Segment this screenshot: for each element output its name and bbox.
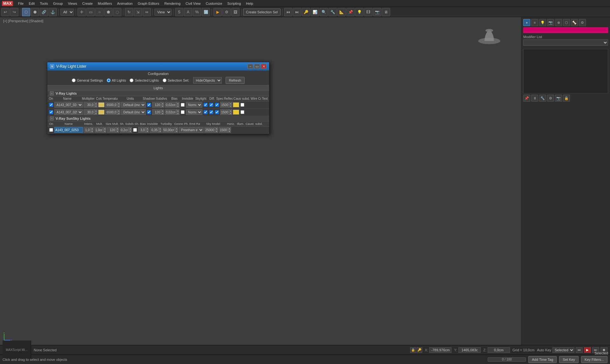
rp-color-button[interactable] xyxy=(523,27,608,33)
menu-item-civil-view[interactable]: Civil View xyxy=(183,1,203,6)
status-icon-lock[interactable]: 🔒 xyxy=(410,347,416,353)
light-0-spec[interactable] xyxy=(209,103,213,107)
ss-0-size-up[interactable]: ▲ xyxy=(116,127,119,130)
ss-0-intens[interactable] xyxy=(84,127,91,133)
view-dropdown[interactable]: View xyxy=(154,9,172,16)
light-0-bias-down[interactable]: ▼ xyxy=(176,105,180,108)
light-1-color[interactable] xyxy=(98,110,105,115)
tb-extra-4[interactable]: 📊 xyxy=(311,8,319,16)
light-1-multiplier-cell[interactable]: ▲ ▼ xyxy=(84,109,98,115)
light-0-reflect-cell[interactable] xyxy=(214,102,220,107)
ss-0-ozone[interactable] xyxy=(150,127,159,133)
light-0-reflect[interactable] xyxy=(215,103,219,107)
hide-objects-dropdown[interactable]: HideObjects xyxy=(193,77,222,84)
ss-0-ph-spinners[interactable]: ▲ ▼ xyxy=(175,127,178,133)
rp-icon-light[interactable]: 💡 xyxy=(539,19,546,26)
light-1-on-cell[interactable] xyxy=(49,110,54,115)
status-icon-key[interactable]: 🔑 xyxy=(417,347,422,353)
light-0-spec-cell[interactable] xyxy=(209,102,214,107)
light-0-color[interactable] xyxy=(98,102,105,107)
radio-label-general[interactable]: General Settings xyxy=(77,78,103,82)
add-time-tag-button[interactable]: Add Time Tag xyxy=(528,356,557,363)
dialog-titlebar[interactable]: V V-Ray Light Lister − ▭ ✕ xyxy=(47,62,269,71)
light-1-spec-cell[interactable] xyxy=(209,110,214,115)
menu-item-rendering[interactable]: Rendering xyxy=(162,1,183,6)
fence-select-button[interactable]: ⬟ xyxy=(104,8,112,16)
ss-0-ph-down[interactable]: ▼ xyxy=(175,130,178,133)
radio-label-set[interactable]: Selection Set: xyxy=(168,78,189,82)
ss-0-invisible[interactable] xyxy=(133,128,137,132)
light-0-temp[interactable] xyxy=(105,102,117,108)
light-0-name-cell[interactable]: A143_007_0249 xyxy=(54,102,83,108)
menu-item-graph-editors[interactable]: Graph Editors xyxy=(135,1,162,6)
light-0-diff[interactable] xyxy=(204,103,207,107)
light-1-temp[interactable] xyxy=(105,109,117,115)
light-1-diff[interactable] xyxy=(204,110,207,114)
ss-0-on[interactable] xyxy=(49,128,53,132)
light-1-bias-up[interactable]: ▲ xyxy=(176,109,180,112)
ss-0-name[interactable] xyxy=(54,127,83,133)
anim-play[interactable]: ▶ xyxy=(584,347,591,353)
mirror-button[interactable]: ⇔ xyxy=(143,8,151,16)
rp-pin-icon[interactable]: 📌 xyxy=(523,95,530,102)
ss-0-ph-emit[interactable] xyxy=(162,127,175,133)
render-frame-button[interactable]: 🖼 xyxy=(231,8,240,16)
ss-0-mult-down[interactable]: ▼ xyxy=(103,130,106,133)
menu-item-animation[interactable]: Animation xyxy=(114,1,135,6)
light-1-temp-spinners[interactable]: ▲ ▼ xyxy=(117,109,120,115)
x-input[interactable] xyxy=(429,347,451,353)
menu-item-help[interactable]: Help xyxy=(243,1,256,6)
light-1-skylight[interactable]: Normal xyxy=(186,109,202,115)
rp-pause-icon[interactable]: ⏸ xyxy=(531,95,538,102)
light-1-name-select[interactable]: A143_007_0250 xyxy=(54,109,83,115)
dialog-minimize-button[interactable]: − xyxy=(247,64,253,69)
light-1-mult-up[interactable]: ▲ xyxy=(94,109,98,112)
lasso-select-button[interactable]: ◌ xyxy=(113,8,121,16)
ss-0-sh-sub-up[interactable]: ▲ xyxy=(129,127,132,130)
light-1-subdivs-spinners[interactable]: ▲ ▼ xyxy=(161,109,164,115)
radio-label-all[interactable]: All Lights xyxy=(112,78,126,82)
spinner-snap-button[interactable]: 🔢 xyxy=(202,8,210,16)
light-1-spec[interactable] xyxy=(209,110,213,114)
light-0-on[interactable] xyxy=(49,103,53,107)
light-0-bias-up[interactable]: ▲ xyxy=(176,102,180,105)
selection-filter-dropdown[interactable]: All xyxy=(60,9,74,16)
light-0-temp-cell[interactable]: ▲ ▼ xyxy=(105,102,120,108)
rp-wrench-icon[interactable]: 🔧 xyxy=(539,95,546,102)
light-1-name-cell[interactable]: A143_007_0250 xyxy=(54,109,83,115)
light-0-wire-color[interactable] xyxy=(233,102,239,107)
light-0-bias-cell[interactable]: ▲ ▼ xyxy=(165,102,180,108)
light-0-caust-subd[interactable] xyxy=(220,102,229,108)
ss-0-turbidity-cell[interactable]: ▲ ▼ xyxy=(138,127,149,133)
light-1-bias[interactable] xyxy=(165,109,176,115)
dialog-restore-button[interactable]: ▭ xyxy=(254,64,260,69)
light-0-subdiv-up[interactable]: ▲ xyxy=(161,102,164,105)
ss-0-intens-down[interactable]: ▼ xyxy=(91,130,94,133)
light-1-temp-cell[interactable]: ▲ ▼ xyxy=(105,109,120,115)
light-0-caust-subd-cell[interactable]: ▲ ▼ xyxy=(220,102,232,108)
light-1-bias-spinners[interactable]: ▲ ▼ xyxy=(176,109,180,115)
light-0-subdivs[interactable] xyxy=(152,102,161,108)
ss-0-mult-cell[interactable]: ▲ ▼ xyxy=(94,127,106,133)
ss-0-size-mult[interactable] xyxy=(107,127,116,133)
z-input[interactable] xyxy=(488,347,510,353)
tb-extra-7[interactable]: 📐 xyxy=(337,8,346,16)
light-1-reflect-cell[interactable] xyxy=(214,110,220,115)
select-region-button[interactable]: ⬢ xyxy=(31,8,39,16)
ss-0-sh-subdivs-cell[interactable]: ▲ ▼ xyxy=(120,127,132,133)
tb-extra-9[interactable]: 💡 xyxy=(355,8,363,16)
ss-0-mult[interactable] xyxy=(94,127,103,133)
rotate-button[interactable]: ↻ xyxy=(125,8,133,16)
light-1-subdivs[interactable] xyxy=(152,109,161,115)
light-0-temp-spinners[interactable]: ▲ ▼ xyxy=(117,102,120,108)
ss-0-ozone-up[interactable]: ▲ xyxy=(159,127,162,130)
light-0-caust-down[interactable]: ▼ xyxy=(229,105,232,108)
light-1-subdivs-cell[interactable]: ▲ ▼ xyxy=(152,109,164,115)
rp-icon-sphere[interactable]: ● xyxy=(523,19,530,26)
light-0-mult-down[interactable]: ▼ xyxy=(94,105,98,108)
light-0-multiplier[interactable] xyxy=(84,102,94,108)
light-0-multiplier-cell[interactable]: ▲ ▼ xyxy=(84,102,98,108)
ss-0-horiz-down[interactable]: ▼ xyxy=(215,130,218,133)
light-0-temp-down[interactable]: ▼ xyxy=(117,105,120,108)
refresh-button[interactable]: Refresh xyxy=(226,77,245,84)
